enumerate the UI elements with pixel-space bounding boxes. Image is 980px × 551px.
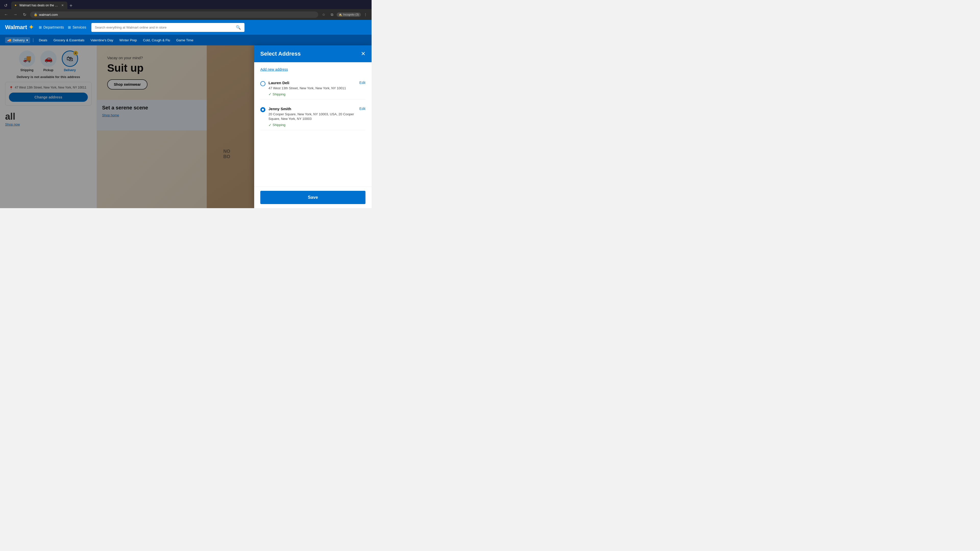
walmart-logo[interactable]: Walmart ✦	[5, 24, 34, 31]
panel-footer: Save	[254, 186, 372, 208]
back-btn[interactable]: ←	[3, 11, 10, 18]
game-time-link[interactable]: Game Time	[174, 37, 196, 43]
left-bottom-content: all Shop now	[5, 111, 92, 127]
delivery-warning: Delivery is not available for this addre…	[17, 75, 80, 79]
add-new-address-link[interactable]: Add new address	[260, 67, 366, 71]
pickup-label: Pickup	[43, 68, 53, 72]
delivery-selector[interactable]: 🚚 Delivery ▾	[5, 37, 30, 43]
edit-jenny-link[interactable]: Edit	[360, 106, 366, 111]
pickup-option[interactable]: 🚗 Pickup	[40, 51, 57, 72]
header-nav: ⊞ Departments ⊞ Services	[39, 25, 86, 29]
delivery-label: Delivery	[64, 68, 76, 72]
shop-all-heading: all	[5, 111, 92, 122]
shipping-label-jenny: Shipping	[272, 123, 286, 127]
departments-nav[interactable]: ⊞ Departments	[39, 25, 64, 29]
bookmark-btn[interactable]: ☆	[320, 11, 328, 18]
address-bar[interactable]: 🔒 walmart.com	[30, 11, 318, 18]
departments-grid-icon: ⊞	[39, 25, 42, 29]
shipping-truck-icon: 🚚	[23, 55, 31, 63]
delivery-truck-icon: 🚚	[7, 38, 11, 42]
tab-close-btn[interactable]: ✕	[61, 3, 64, 8]
radio-jenny[interactable]	[260, 107, 266, 112]
delivery-option[interactable]: 🛍 ✕ Delivery	[62, 51, 78, 72]
shipping-icon-circle: 🚚	[19, 51, 35, 67]
services-nav[interactable]: ⊞ Services	[68, 25, 86, 29]
tab-bar: ↺ ✦ Walmart has deals on the most... ✕ +	[0, 0, 372, 9]
check-icon-lauren: ✓	[269, 92, 272, 96]
search-icon: 🔍	[236, 25, 241, 30]
address-street-jenny: 20 Cooper Square, New York, NY 10003, US…	[269, 112, 356, 121]
address-option-lauren: Lauren Deli 47 West 13th Street, New Yor…	[260, 78, 366, 100]
check-icon-jenny: ✓	[269, 123, 272, 127]
walmart-spark-icon: ✦	[29, 24, 34, 31]
shipping-option[interactable]: 🚚 Shipping	[19, 51, 35, 72]
pickup-car-icon: 🚗	[45, 55, 52, 63]
address-shipping-jenny: ✓ Shipping	[269, 123, 356, 127]
tab-title: Walmart has deals on the most...	[19, 3, 59, 7]
split-view-btn[interactable]: ⧉	[328, 11, 336, 18]
winter-prep-link[interactable]: Winter Prep	[117, 37, 140, 43]
address-box: 📍 47 West 13th Street, New York, New Yor…	[5, 82, 92, 106]
more-btn[interactable]: ⋮	[362, 11, 369, 18]
delivery-active-badge: ✕	[73, 51, 78, 56]
sub-nav-links: Deals Grocery & Essentials Valentine's D…	[36, 37, 366, 43]
delivery-options-panel: 🚚 Shipping 🚗 Pickup 🛍 ✕ Delivery	[0, 45, 97, 208]
current-address-text: 📍 47 West 13th Street, New York, New Yor…	[9, 86, 88, 90]
panel-title: Select Address	[260, 51, 301, 57]
address-bar-row: ← → ↻ 🔒 walmart.com ☆ ⧉ 🕵 Incognito (3) …	[0, 9, 372, 20]
address-option-jenny: Jenny Smith 20 Cooper Square, New York, …	[260, 103, 366, 130]
reload-btn[interactable]: ↻	[21, 11, 28, 18]
delivery-icons-row: 🚚 Shipping 🚗 Pickup 🛍 ✕ Delivery	[19, 51, 78, 72]
pin-icon: 📍	[9, 86, 13, 90]
forward-btn[interactable]: →	[12, 11, 19, 18]
tab-favicon: ✦	[14, 3, 18, 7]
page-content: Walmart ✦ ⊞ Departments ⊞ Services 🔍	[0, 20, 372, 208]
grocery-link[interactable]: Grocery & Essentials	[51, 37, 87, 43]
services-grid-icon: ⊞	[68, 25, 71, 29]
lock-icon: 🔒	[34, 13, 38, 16]
tab-back-btn[interactable]: ↺	[2, 2, 9, 9]
chevron-down-icon: ▾	[26, 38, 28, 42]
incognito-label: Incognito (3)	[343, 13, 359, 16]
active-tab[interactable]: ✦ Walmart has deals on the most... ✕	[11, 2, 67, 9]
shop-now-link[interactable]: Shop now	[5, 122, 20, 126]
walmart-header: Walmart ✦ ⊞ Departments ⊞ Services 🔍	[0, 20, 372, 35]
pickup-icon-circle: 🚗	[40, 51, 57, 67]
tab-navigation: ↺	[2, 2, 9, 9]
browser-chrome: ↺ ✦ Walmart has deals on the most... ✕ +…	[0, 0, 372, 20]
content-area: 🚚 Shipping 🚗 Pickup 🛍 ✕ Delivery	[0, 45, 372, 208]
shipping-label: Shipping	[21, 68, 33, 72]
browser-actions: ☆ ⧉ 🕵 Incognito (3) ⋮	[320, 11, 369, 18]
walmart-wordmark: Walmart	[5, 24, 27, 30]
search-input[interactable]	[95, 25, 234, 29]
select-address-panel: Select Address ✕ Add new address Lauren …	[254, 45, 372, 208]
services-label: Services	[73, 25, 86, 29]
nobo-logo: NOBO	[223, 149, 230, 159]
search-bar[interactable]: 🔍	[91, 23, 245, 32]
sub-nav: 🚚 Delivery ▾ | Deals Grocery & Essential…	[0, 35, 372, 45]
cold-cough-link[interactable]: Cold, Cough & Flu	[140, 37, 172, 43]
shop-swimwear-btn[interactable]: Shop swimwear	[107, 79, 148, 89]
change-address-btn[interactable]: Change address	[9, 93, 88, 102]
save-btn[interactable]: Save	[260, 191, 366, 204]
delivery-selector-label: Delivery	[13, 38, 25, 42]
walmart-nav: Walmart ✦ ⊞ Departments ⊞ Services 🔍	[0, 20, 372, 45]
radio-lauren[interactable]	[260, 81, 266, 86]
url-text: walmart.com	[39, 13, 58, 17]
current-address: 47 West 13th Street, New York, New York,…	[15, 86, 86, 89]
nav-divider: |	[33, 38, 34, 42]
new-tab-btn[interactable]: +	[67, 2, 75, 9]
delivery-bag-icon: 🛍	[67, 55, 73, 63]
edit-lauren-link[interactable]: Edit	[360, 81, 366, 85]
address-name-jenny: Jenny Smith	[269, 106, 356, 111]
deals-link[interactable]: Deals	[36, 37, 50, 43]
address-street-lauren: 47 West 13th Street, New York, New York,…	[269, 86, 356, 91]
incognito-badge: 🕵 Incognito (3)	[337, 13, 361, 17]
delivery-icon-circle: 🛍 ✕	[62, 51, 78, 67]
shipping-label-lauren: Shipping	[272, 92, 286, 96]
shop-home-link[interactable]: Shop home	[102, 113, 119, 117]
panel-close-btn[interactable]: ✕	[361, 51, 366, 57]
address-shipping-lauren: ✓ Shipping	[269, 92, 356, 96]
address-name-lauren: Lauren Deli	[269, 81, 356, 85]
valentines-link[interactable]: Valentine's Day	[88, 37, 116, 43]
